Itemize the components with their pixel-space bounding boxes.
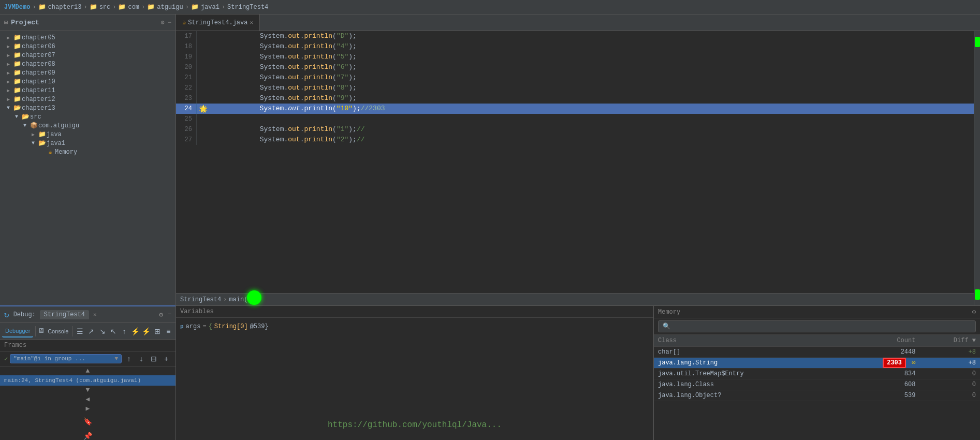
arrow-chapter11: ▶ (4, 87, 12, 94)
breadcrumb-stringtest4-file[interactable]: StringTest4 (180, 296, 221, 303)
tree-item-com-atguigu[interactable]: ▼ 📦 com.atguigu (0, 121, 175, 130)
project-label[interactable]: Project (11, 19, 39, 26)
memory-search-input[interactable] (672, 323, 971, 330)
cell-diff-char: +8 (919, 347, 980, 358)
tree-item-chapter05[interactable]: ▶ 📁 chapter05 (0, 33, 175, 42)
code-line-20: 20 System.out.println("6"); (176, 62, 980, 72)
gutter-21 (197, 72, 209, 83)
frames-up-btn[interactable]: ↑ (124, 354, 134, 364)
breadcrumb-main[interactable]: main() (229, 296, 251, 303)
toolbar-console-tab[interactable]: Console (46, 325, 70, 338)
label-java: java (47, 131, 62, 138)
breadcrumb-com[interactable]: com (128, 4, 139, 11)
memory-row-object[interactable]: java.lang.Object? 539 0 (654, 390, 980, 401)
toolbar-eval2[interactable]: ⚡ (141, 325, 151, 338)
frames-dropdown[interactable]: "main"@1 in group ... ▼ (10, 354, 122, 363)
memory-settings-icon[interactable]: ⚙ (972, 308, 976, 316)
var-row-args: p args = { String[0] @539} (180, 322, 649, 331)
gutter-19 (197, 52, 209, 62)
code-line-21: 21 System.out.println("7"); (176, 72, 980, 83)
scroll-down-btn[interactable]: ▼ (0, 386, 175, 394)
code-content-22: System.out.println("8"); (209, 83, 357, 93)
tree-item-chapter10[interactable]: ▶ 📁 chapter10 (0, 77, 175, 86)
package-icon: 📦 (29, 122, 38, 129)
debug-tab-name[interactable]: StringTest4 (40, 310, 89, 319)
memory-row-treemap[interactable]: java.util.TreeMap$Entry 834 0 (654, 369, 980, 379)
code-content-19: System.out.println("5"); (209, 52, 357, 62)
toolbar-threads-btn[interactable]: ≡ (164, 325, 173, 338)
console-icon[interactable]: 🖥 (38, 327, 45, 335)
tree-item-chapter13[interactable]: ▼ 📂 chapter13 (0, 104, 175, 112)
gutter-22 (197, 83, 209, 93)
active-frame-item[interactable]: main:24, StringTest4 (com.atguigu.java1) (0, 375, 175, 386)
toolbar-eval[interactable]: ⚡ (130, 325, 140, 338)
toolbar-step-out[interactable]: ↖ (108, 325, 118, 338)
breadcrumb-atguigu[interactable]: atguigu (157, 4, 183, 11)
label-chapter10: chapter10 (22, 78, 55, 85)
gutter-24: 🌟 (197, 104, 209, 114)
scroll-right-btn[interactable]: ▶ (0, 404, 175, 413)
toolbar-step-into[interactable]: ↘ (97, 325, 107, 338)
project-collapse-icon[interactable]: − (168, 19, 171, 26)
arrow-chapter07: ▶ (4, 52, 12, 58)
debug-reload-icon[interactable]: ↻ (4, 310, 9, 320)
pin-btn[interactable]: 📌 (82, 430, 94, 440)
code-line-24: 24 🌟 System.out.println("10");//2303 (176, 104, 980, 114)
col-count[interactable]: Count (839, 335, 920, 347)
tree-item-chapter09[interactable]: ▶ 📁 chapter09 (0, 68, 175, 77)
scroll-up-btn[interactable]: ▲ (0, 366, 175, 375)
col-diff[interactable]: Diff ▼ (919, 335, 980, 347)
cell-count-class: 608 (839, 379, 920, 390)
editor-tab-stringtest4[interactable]: ☕ StringTest4.java ✕ (176, 14, 260, 31)
breadcrumb-stringtest4[interactable]: StringTest4 (227, 4, 268, 11)
scroll-left-btn[interactable]: ◀ (0, 394, 175, 404)
project-settings-icon[interactable]: ⚙ (161, 19, 165, 26)
tree-item-memory[interactable]: ▶ ☕ Memory (0, 148, 175, 156)
tree-item-chapter12[interactable]: ▶ 📁 chapter12 (0, 95, 175, 104)
tree-item-src[interactable]: ▼ 📂 src (0, 112, 175, 121)
dropdown-arrow-icon: ▼ (114, 356, 118, 362)
vars-header: Variables (176, 306, 653, 318)
toolbar-step-over[interactable]: ↗ (86, 325, 96, 338)
debug-close-icon[interactable]: ✕ (93, 311, 97, 318)
toolbar-debugger-tab[interactable]: Debugger (2, 325, 33, 338)
debug-header-bar: ↻ Debug: StringTest4 ✕ ⚙ − (0, 306, 175, 323)
code-content-23: System.out.println("9"); (209, 93, 357, 104)
toolbar-table-btn[interactable]: ⊞ (152, 325, 162, 338)
folder-icon-chapter07: 📁 (12, 51, 22, 59)
breadcrumb-java1[interactable]: java1 (201, 4, 220, 11)
breadcrumb-chapter13[interactable]: chapter13 (48, 4, 82, 11)
memory-row-string[interactable]: java.lang.String 2303 ∞ +8 (654, 358, 980, 369)
toolbar-sep2 (72, 326, 73, 336)
tab-close-icon[interactable]: ✕ (250, 19, 253, 26)
col-class[interactable]: Class (654, 335, 839, 347)
breadcrumb-src[interactable]: src (99, 4, 111, 11)
code-editor[interactable]: 17 System.out.println("D"); 18 System.ou… (176, 31, 980, 293)
line-num-20: 20 (176, 62, 197, 72)
tree-item-chapter08[interactable]: ▶ 📁 chapter08 (0, 60, 175, 68)
folder-icon-chapter06: 📁 (12, 42, 22, 50)
tree-item-chapter06[interactable]: ▶ 📁 chapter06 (0, 42, 175, 51)
memory-row-char[interactable]: char[] 2448 +8 (654, 347, 980, 358)
breadcrumb-sep5: › (185, 4, 189, 11)
tree-item-java1[interactable]: ▼ 📂 java1 (0, 139, 175, 148)
frames-down-btn[interactable]: ↓ (136, 354, 147, 364)
folder-icon-chapter08: 📁 (12, 60, 22, 68)
gutter-20 (197, 62, 209, 72)
bookmark-btn[interactable]: 🔖 (82, 415, 94, 428)
toolbar-list-btn[interactable]: ☰ (75, 325, 85, 338)
active-frame-text: main:24, StringTest4 (com.atguigu.java1) (4, 377, 141, 384)
memory-label: Memory (658, 309, 680, 316)
debug-settings-icon[interactable]: ⚙ (159, 311, 163, 319)
tree-item-java[interactable]: ▶ 📁 java (0, 130, 175, 139)
frames-filter-btn[interactable]: ⊟ (149, 354, 159, 364)
line-num-18: 18 (176, 41, 197, 52)
tree-item-chapter11[interactable]: ▶ 📁 chapter11 (0, 86, 175, 95)
debug-minimize-icon[interactable]: − (167, 311, 171, 318)
frames-add-btn[interactable]: + (161, 354, 171, 364)
toolbar-run-cursor[interactable]: ↑ (119, 325, 129, 338)
memory-row-class[interactable]: java.lang.Class 608 0 (654, 379, 980, 390)
frames-scroll-area: ▲ main:24, StringTest4 (com.atguigu.java… (0, 366, 175, 413)
tree-item-chapter07[interactable]: ▶ 📁 chapter07 (0, 51, 175, 60)
breadcrumb-jvmdemo[interactable]: JVMDemo (4, 4, 30, 11)
